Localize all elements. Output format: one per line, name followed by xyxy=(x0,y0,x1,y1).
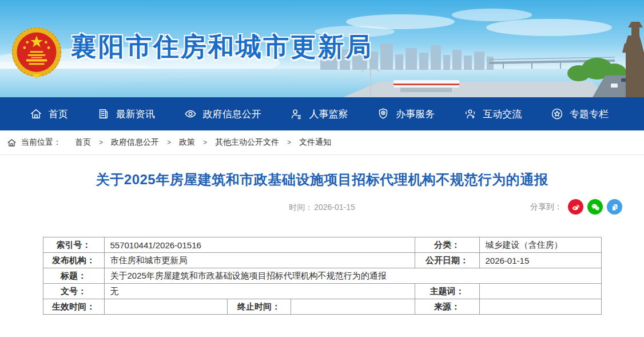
doc-number-value: 无 xyxy=(104,284,415,299)
nav-label: 专题专栏 xyxy=(570,108,609,121)
breadcrumb-item-policy[interactable]: 政策 xyxy=(179,137,195,148)
nav-label: 人事监察 xyxy=(309,108,348,121)
weibo-icon xyxy=(571,202,581,212)
site-banner: 襄阳市住房和城市更新局 xyxy=(0,0,644,97)
nav-item-interaction[interactable]: 互动交流 xyxy=(464,108,522,121)
nav-label: 政府信息公开 xyxy=(203,108,261,121)
nav-label: 首页 xyxy=(49,108,68,121)
table-row: 文号： 无 主题词： xyxy=(43,284,601,299)
eye-icon xyxy=(184,108,197,120)
effective-date-label: 生效时间： xyxy=(43,299,104,315)
doc-number-label: 文号： xyxy=(43,284,104,299)
publisher-label: 发布机构： xyxy=(43,253,104,268)
time-value: 2026-01-15 xyxy=(314,203,355,212)
source-value xyxy=(479,299,601,315)
wechat-icon xyxy=(590,202,601,212)
breadcrumb-item-home[interactable]: 首页 xyxy=(75,137,91,148)
nav-item-personnel[interactable]: 人事监察 xyxy=(290,108,348,121)
effective-date-value xyxy=(104,299,227,315)
news-icon xyxy=(97,108,110,120)
table-row: 标题： 关于2025年房屋建筑和市政基础设施项目招标代理机构不规范行为的通报 xyxy=(43,268,601,284)
chat-people-icon xyxy=(464,108,476,120)
table-row: 索引号： 557010441/2026-01516 分类： 城乡建设（含住房） xyxy=(43,237,601,253)
nav-label: 办事服务 xyxy=(396,108,435,121)
shield-icon xyxy=(377,108,389,120)
publisher-value: 市住房和城市更新局 xyxy=(104,253,415,268)
nav-item-news[interactable]: 最新资讯 xyxy=(97,108,155,121)
breadcrumb-item-doc-notice[interactable]: 文件通知 xyxy=(299,137,331,148)
nav-item-home[interactable]: 首页 xyxy=(30,108,68,121)
nav-item-gov-info[interactable]: 政府信息公开 xyxy=(184,108,261,121)
copy-icon xyxy=(610,202,620,212)
copy-link-share-button[interactable] xyxy=(607,199,622,215)
category-label: 分类： xyxy=(415,237,479,253)
share-bar: 分享到： xyxy=(530,199,622,215)
end-date-label: 终止时间： xyxy=(227,299,291,315)
breadcrumb-separator: > xyxy=(203,138,207,146)
nav-item-topics[interactable]: 专题专栏 xyxy=(551,108,609,121)
doc-title-label: 标题： xyxy=(43,268,104,284)
breadcrumb-item-other-public-docs[interactable]: 其他主动公开文件 xyxy=(215,137,279,148)
wechat-share-button[interactable] xyxy=(587,199,603,215)
page: 襄阳市住房和城市更新局 首页 最新资讯 政府信息公开 人事监察 办事服务 互动交… xyxy=(0,0,644,337)
time-label: 时间： xyxy=(289,203,313,212)
end-date-value xyxy=(291,299,415,315)
article-meta: 时间：2026-01-15 分享到： xyxy=(0,199,644,216)
keywords-value xyxy=(479,284,601,299)
share-label: 分享到： xyxy=(530,202,562,212)
nav-label: 最新资讯 xyxy=(116,108,155,121)
article-title: 关于2025年房屋建筑和市政基础设施项目招标代理机构不规范行为的通报 xyxy=(34,171,610,189)
breadcrumb-prefix: 当前位置： xyxy=(21,137,61,148)
keywords-label: 主题词： xyxy=(415,284,479,299)
person-icon xyxy=(290,108,303,120)
breadcrumb: 当前位置： 首页 > 政府信息公开 > 政策 > 其他主动公开文件 > 文件通知 xyxy=(0,130,644,155)
publish-date-label: 公开日期： xyxy=(415,253,479,268)
index-number-label: 索引号： xyxy=(43,237,104,253)
breadcrumb-separator: > xyxy=(167,138,171,146)
nav-item-services[interactable]: 办事服务 xyxy=(377,108,435,121)
breadcrumb-separator: > xyxy=(287,138,291,146)
breadcrumb-item-gov-info[interactable]: 政府信息公开 xyxy=(111,137,159,148)
publish-date-value: 2026-01-15 xyxy=(479,253,601,268)
table-row: 发布机构： 市住房和城市更新局 公开日期： 2026-01-15 xyxy=(43,253,601,268)
main-nav: 首页 最新资讯 政府信息公开 人事监察 办事服务 互动交流 专题专栏 xyxy=(0,97,644,130)
nav-label: 互动交流 xyxy=(483,108,522,121)
national-emblem-icon xyxy=(9,24,64,82)
breadcrumb-home-icon xyxy=(7,138,17,148)
category-value: 城乡建设（含住房） xyxy=(479,237,601,253)
home-icon xyxy=(30,108,42,120)
breadcrumb-separator: > xyxy=(99,138,103,146)
doc-title-value: 关于2025年房屋建筑和市政基础设施项目招标代理机构不规范行为的通报 xyxy=(104,268,601,284)
star-icon xyxy=(551,108,563,120)
weibo-share-button[interactable] xyxy=(568,199,583,215)
index-number-value: 557010441/2026-01516 xyxy=(104,237,415,253)
document-info-table: 索引号： 557010441/2026-01516 分类： 城乡建设（含住房） … xyxy=(43,237,602,315)
source-label: 来源： xyxy=(415,299,479,315)
table-row: 生效时间： 终止时间： 来源： xyxy=(43,299,601,315)
site-title: 襄阳市住房和城市更新局 xyxy=(71,30,373,64)
